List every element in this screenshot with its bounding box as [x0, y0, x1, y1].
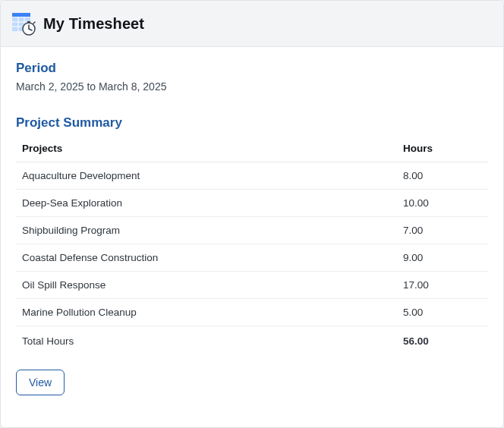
table-row: Marine Pollution Cleanup5.00 — [16, 299, 488, 326]
view-button[interactable]: View — [16, 370, 65, 395]
svg-line-10 — [33, 22, 35, 24]
col-hours: Hours — [397, 135, 488, 162]
project-summary-label: Project Summary — [16, 115, 488, 131]
total-hours: 56.00 — [397, 326, 488, 355]
project-name: Deep-Sea Exploration — [16, 190, 397, 217]
project-hours: 7.00 — [397, 217, 488, 244]
project-hours: 9.00 — [397, 244, 488, 272]
table-row: Oil Spill Response17.00 — [16, 272, 488, 299]
project-name: Oil Spill Response — [16, 272, 397, 299]
total-row: Total Hours 56.00 — [16, 326, 488, 355]
period-range: March 2, 2025 to March 8, 2025 — [16, 80, 488, 93]
page-title: My Timesheet — [43, 15, 144, 33]
card-header: My Timesheet — [1, 1, 503, 47]
project-name: Shipbuilding Program — [16, 217, 397, 244]
project-name: Marine Pollution Cleanup — [16, 299, 397, 326]
project-name: Coastal Defense Construction — [16, 244, 397, 272]
card-body: Period March 2, 2025 to March 8, 2025 Pr… — [1, 47, 503, 427]
project-hours: 17.00 — [397, 272, 488, 299]
project-summary-table: Projects Hours Aquaculture Development8.… — [16, 135, 488, 354]
project-hours: 8.00 — [397, 162, 488, 190]
total-label: Total Hours — [16, 326, 397, 355]
timesheet-card: My Timesheet Period March 2, 2025 to Mar… — [0, 0, 504, 428]
project-hours: 10.00 — [397, 190, 488, 217]
period-label: Period — [16, 61, 488, 76]
project-name: Aquaculture Development — [16, 162, 397, 190]
table-row: Shipbuilding Program7.00 — [16, 217, 488, 244]
project-hours: 5.00 — [397, 299, 488, 326]
col-projects: Projects — [16, 135, 397, 162]
table-row: Coastal Defense Construction9.00 — [16, 244, 488, 272]
table-row: Aquaculture Development8.00 — [16, 162, 488, 190]
svg-rect-0 — [12, 13, 30, 17]
table-row: Deep-Sea Exploration10.00 — [16, 190, 488, 217]
svg-rect-9 — [27, 21, 30, 23]
timesheet-icon — [11, 11, 36, 36]
